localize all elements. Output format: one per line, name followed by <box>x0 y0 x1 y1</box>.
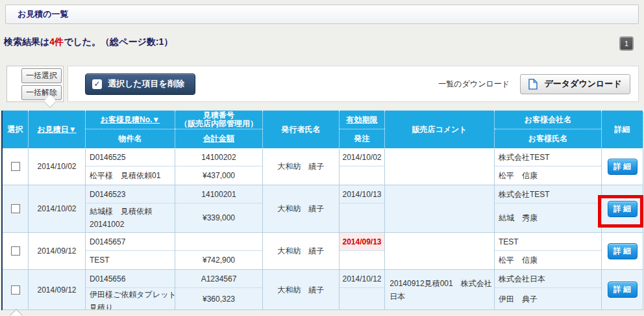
sort-quote-date[interactable]: お見積日▼ <box>37 124 76 135</box>
table-row: 2014/10/02 D0146525 松平様 見積依頼01 14100202 … <box>3 148 643 185</box>
document-icon <box>528 79 538 90</box>
cell-property-name: 松平様 見積依頼01 <box>86 166 175 185</box>
cell-company: 株式会社TEST <box>495 185 601 204</box>
header-quote-number: 見積番号（販売店内部管理用） <box>175 111 262 129</box>
cell-customer-quote-no: D0146523 <box>86 185 175 204</box>
page-title: お見積の一覧 <box>6 5 638 23</box>
cell-dealer-comment <box>385 185 495 232</box>
detail-button[interactable]: 詳細 <box>608 243 638 259</box>
header-customer-company-name: お客様会社名 お客様氏名 <box>495 111 602 148</box>
search-results-summary: 検索結果は4件でした。（総ページ数:1） <box>4 36 173 48</box>
row-select-checkbox[interactable] <box>11 285 20 295</box>
cell-quote-number: A1234567 <box>175 270 262 288</box>
quote-table: 選択 お見積日▼ お客様見積No.▼ 物件名 見積番号（販売店内部管理用） 合計… <box>1 111 643 310</box>
row-select-checkbox[interactable] <box>11 204 20 213</box>
cell-company: 株式会社日本 <box>495 270 601 288</box>
table-row: 2014/10/02 D0146523 結城様 見積依頼 20141002 14… <box>3 185 643 233</box>
cell-order <box>340 166 384 185</box>
cell-quote-number <box>175 233 262 251</box>
row-select-checkbox[interactable] <box>11 162 20 171</box>
cell-expiry-overdue: 2014/09/13 <box>340 233 384 251</box>
bulk-select-panel: 一括選択 一括解除 <box>6 66 64 102</box>
header-order: 発注 <box>340 129 384 148</box>
deselect-all-button[interactable]: 一括解除 <box>21 85 62 100</box>
list-toolbar: ✓ 選択した項目を削除 一覧のダウンロード データダウンロード <box>68 66 639 102</box>
header-customer-company: お客様会社名 <box>495 111 601 129</box>
header-select: 選択 <box>3 111 29 148</box>
cell-total-amount: ¥360,323 <box>175 288 262 309</box>
cell-order <box>340 288 384 309</box>
table-header-row: 選択 お見積日▼ お客様見積No.▼ 物件名 見積番号（販売店内部管理用） 合計… <box>3 111 643 148</box>
table-row: 2014/09/12 D0145656 伊田様ご依頼タブレット 見積り A123… <box>3 270 643 310</box>
sort-total-amount[interactable]: 合計金額 <box>203 133 234 144</box>
table-row: 2014/09/12 D0145657 TEST ¥742,900 大和紡 績子… <box>3 233 643 270</box>
page-title-bar: お見積の一覧 <box>5 5 639 24</box>
header-number-amount: 見積番号（販売店内部管理用） 合計金額 <box>175 111 263 148</box>
cell-customer: 伊田 典子 <box>495 288 601 309</box>
cell-total-amount: ¥339,000 <box>175 204 262 232</box>
cell-quote-date: 2014/10/02 <box>29 185 86 232</box>
cell-customer: 松平 信康 <box>495 166 601 185</box>
header-customer-name: お客様氏名 <box>495 129 601 148</box>
cell-expiry: 2014/10/02 <box>340 148 384 166</box>
cell-customer: 松平 信康 <box>495 251 601 269</box>
cell-customer: 結城 秀康 <box>495 204 601 232</box>
cell-order <box>340 204 384 232</box>
cell-total-amount: ¥742,900 <box>175 251 262 269</box>
cell-customer-quote-no: D0145656 <box>86 270 175 288</box>
cell-quote-date: 2014/09/12 <box>29 233 86 269</box>
cell-quote-date: 2014/10/02 <box>29 148 86 185</box>
header-dealer-comment: 販売店コメント <box>385 111 495 148</box>
header-quote-date: お見積日▼ <box>29 111 86 148</box>
detail-button[interactable]: 詳細 <box>608 159 638 175</box>
header-issuer-name: 発行者氏名 <box>263 111 340 148</box>
cell-issuer: 大和紡 績子 <box>263 185 340 232</box>
cell-expiry: 2014/10/13 <box>340 185 384 204</box>
cell-expiry: 2014/10/12 <box>340 270 384 288</box>
sort-expiry-date[interactable]: 有効期限 <box>347 114 378 125</box>
cell-property-name: 伊田様ご依頼タブレット 見積り <box>86 288 175 309</box>
data-download-button[interactable]: データダウンロード <box>520 74 630 94</box>
cell-company: 株式会社TEST <box>495 148 601 166</box>
checkbox-checked-icon: ✓ <box>92 79 102 89</box>
header-detail: 詳細 <box>602 111 643 148</box>
detail-button[interactable]: 詳細 <box>608 282 638 298</box>
download-caption: 一覧のダウンロード <box>438 79 510 90</box>
pagination-page-1-button[interactable]: 1 <box>619 36 634 51</box>
cell-quote-number: 14100201 <box>175 185 262 204</box>
cell-order <box>340 251 384 269</box>
cell-company: TEST <box>495 233 601 251</box>
results-suffix: でした。（総ページ数:1） <box>64 36 173 47</box>
delete-selected-label: 選択した項目を削除 <box>108 78 184 90</box>
cell-dealer-comment: 20140912見積001 株式会社 日本 <box>385 270 495 309</box>
cell-dealer-comment <box>385 233 495 269</box>
header-quote-no-property: お客様見積No.▼ 物件名 <box>86 111 175 148</box>
cell-customer-quote-no: D0145657 <box>86 233 175 251</box>
detail-button-highlighted[interactable]: 詳細 <box>608 201 638 217</box>
sort-customer-quote-no[interactable]: お客様見積No.▼ <box>101 114 160 125</box>
header-property-name: 物件名 <box>86 129 175 148</box>
cell-total-amount: ¥437,000 <box>175 166 262 185</box>
results-prefix: 検索結果は <box>4 36 49 47</box>
data-download-label: データダウンロード <box>544 78 621 90</box>
cell-customer-quote-no: D0146525 <box>86 148 175 166</box>
select-all-button[interactable]: 一括選択 <box>21 68 62 83</box>
cell-issuer: 大和紡 績子 <box>263 148 340 185</box>
results-count: 4件 <box>49 36 64 47</box>
cell-quote-number: 14100202 <box>175 148 262 166</box>
quote-list-page: お見積の一覧 検索結果は4件でした。（総ページ数:1） 1 一括選択 一括解除 … <box>0 0 644 316</box>
delete-selected-button[interactable]: ✓ 選択した項目を削除 <box>85 73 195 95</box>
cell-issuer: 大和紡 績子 <box>263 233 340 269</box>
row-select-checkbox[interactable] <box>11 246 20 256</box>
cell-issuer: 大和紡 績子 <box>263 270 340 309</box>
cell-dealer-comment <box>385 148 495 185</box>
cell-property-name: 結城様 見積依頼 20141002 <box>86 204 175 232</box>
cell-quote-date: 2014/09/12 <box>29 270 86 309</box>
header-expiry-order: 有効期限 発注 <box>340 111 385 148</box>
cell-property-name: TEST <box>86 251 175 269</box>
